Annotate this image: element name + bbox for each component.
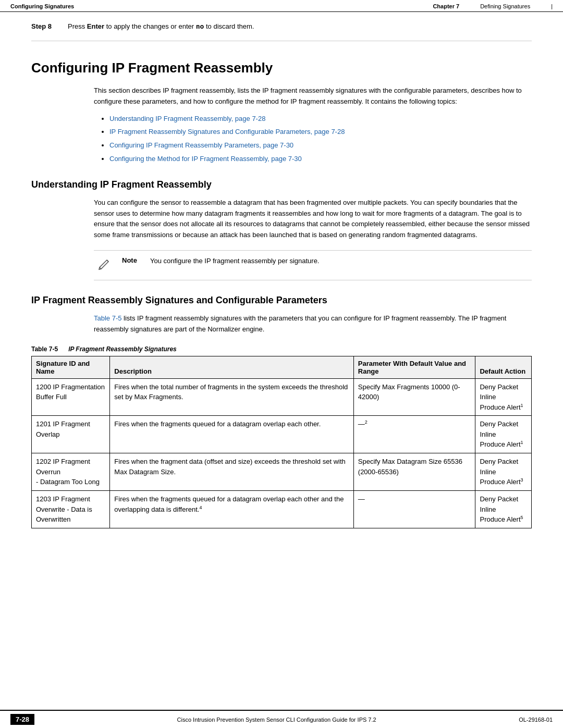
- table-row: 1203 IP FragmentOverwrite - Data isOverw…: [32, 491, 532, 528]
- action-1200: Deny Packet InlineProduce Alert1: [475, 378, 532, 416]
- understanding-text: You can configure the sensor to reassemb…: [94, 198, 532, 241]
- table-caption: Table 7-5 IP Fragment Reassembly Signatu…: [31, 346, 532, 353]
- col-header-parameter: Parameter With Default Value and Range: [353, 356, 475, 378]
- header-pipe: |: [551, 3, 553, 9]
- action-1203: Deny Packet InlineProduce Alert5: [475, 491, 532, 528]
- page-header: Configuring Signatures Chapter 7 Definin…: [0, 0, 563, 12]
- param-1200: Specify Max Fragments 10000 (0-42000): [353, 378, 475, 416]
- table-caption-area: Table 7-5 IP Fragment Reassembly Signatu…: [31, 346, 532, 353]
- step-no-code: no: [196, 22, 204, 30]
- sig-id-1200: 1200 IP FragmentationBuffer Full: [32, 378, 110, 416]
- step-8-section: Step 8 Press Enter to apply the changes …: [31, 12, 532, 41]
- list-item: Understanding IP Fragment Reassembly, pa…: [109, 114, 532, 125]
- footer-title: Cisco Intrusion Prevention System Sensor…: [34, 717, 519, 723]
- col-header-default-action: Default Action: [475, 356, 532, 378]
- desc-1203: Fires when the fragments queued for a da…: [110, 491, 353, 528]
- list-item: Configuring the Method for IP Fragment R…: [109, 154, 532, 165]
- list-item: Configuring IP Fragment Reassembly Param…: [109, 140, 532, 151]
- param-1202: Specify Max Datagram Size 65536 (2000-65…: [353, 453, 475, 491]
- link-configuring-method[interactable]: Configuring the Method for IP Fragment R…: [109, 155, 302, 163]
- desc-1202: Fires when the fragment data (offset and…: [110, 453, 353, 491]
- desc-1200: Fires when the total number of fragments…: [110, 378, 353, 416]
- page-footer: 7-28 Cisco Intrusion Prevention System S…: [0, 710, 563, 728]
- sig-id-1201: 1201 IP Fragment Overlap: [32, 416, 110, 453]
- table-ref-link[interactable]: Table 7-5: [94, 314, 121, 322]
- step-label: Step 8: [31, 22, 63, 30]
- step-content: Press Enter to apply the changes or ente…: [68, 22, 532, 30]
- signatures-intro: Table 7-5 lists IP fragment reassembly s…: [94, 313, 532, 335]
- step-text-before: Press: [68, 22, 87, 30]
- action-1201: Deny Packet InlineProduce Alert1: [475, 416, 532, 453]
- table-caption-num: Table 7-5: [31, 346, 58, 353]
- header-right: Chapter 7 Defining Signatures |: [433, 3, 553, 9]
- footer-doc-id: OL-29168-01: [519, 717, 553, 723]
- step-text-after: to discard them.: [204, 22, 254, 30]
- note-label: Note: [122, 256, 143, 264]
- table-row: 1201 IP Fragment Overlap Fires when the …: [32, 416, 532, 453]
- link-understanding[interactable]: Understanding IP Fragment Reassembly, pa…: [109, 115, 265, 122]
- step-word: Step: [31, 22, 48, 30]
- main-content: Step 8 Press Enter to apply the changes …: [0, 12, 563, 570]
- param-1201: —2: [353, 416, 475, 453]
- topic-links: Understanding IP Fragment Reassembly, pa…: [109, 114, 532, 165]
- footer-page-num: 7-28: [10, 714, 34, 725]
- header-section: Defining Signatures: [480, 3, 530, 9]
- action-1202: Deny Packet InlineProduce Alert3: [475, 453, 532, 491]
- list-item: IP Fragment Reassembly Signatures and Co…: [109, 127, 532, 138]
- subheading-understanding: Understanding IP Fragment Reassembly: [31, 179, 532, 190]
- sig-id-1202: 1202 IP Fragment Overrun- Datagram Too L…: [32, 453, 110, 491]
- link-configuring-params[interactable]: Configuring IP Fragment Reassembly Param…: [109, 141, 293, 149]
- table-row: 1202 IP Fragment Overrun- Datagram Too L…: [32, 453, 532, 491]
- table-caption-title: IP Fragment Reassembly Signatures: [68, 346, 177, 353]
- intro-text: This section describes IP fragment reass…: [94, 85, 532, 107]
- table-row: 1200 IP FragmentationBuffer Full Fires w…: [32, 378, 532, 416]
- note-box: Note You configure the IP fragment reass…: [94, 250, 532, 280]
- sig-id-1203: 1203 IP FragmentOverwrite - Data isOverw…: [32, 491, 110, 528]
- subheading-signatures: IP Fragment Reassembly Signatures and Co…: [31, 295, 532, 306]
- main-heading: Configuring IP Fragment Reassembly: [31, 60, 532, 76]
- step-enter-key: Enter: [87, 22, 104, 30]
- table-header-row: Signature ID and Name Description Parame…: [32, 356, 532, 378]
- note-content: You configure the IP fragment reassembly…: [150, 256, 532, 267]
- desc-1201: Fires when the fragments queued for a da…: [110, 416, 353, 453]
- col-header-description: Description: [110, 356, 353, 378]
- note-pencil-icon: [94, 256, 115, 275]
- param-1203: —: [353, 491, 475, 528]
- col-header-sig-id: Signature ID and Name: [32, 356, 110, 378]
- step-text-middle: to apply the changes or enter: [104, 22, 196, 30]
- step-number: 8: [48, 22, 52, 30]
- signatures-intro-text: lists IP fragment reassembly signatures …: [94, 314, 506, 333]
- signatures-table: Signature ID and Name Description Parame…: [31, 356, 532, 528]
- header-chapter: Chapter 7: [433, 3, 459, 9]
- header-breadcrumb: Configuring Signatures: [10, 3, 74, 9]
- link-signatures-params[interactable]: IP Fragment Reassembly Signatures and Co…: [109, 128, 345, 135]
